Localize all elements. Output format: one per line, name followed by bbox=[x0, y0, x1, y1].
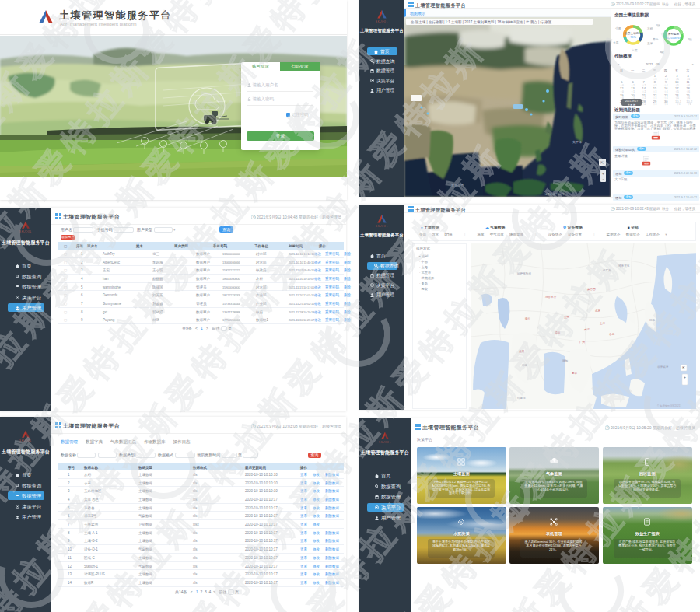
svg-text:菲律宾海: 菲律宾海 bbox=[657, 365, 669, 369]
svg-text:URGENT: URGENT bbox=[652, 136, 660, 138]
svg-text:太平洋: 太平洋 bbox=[572, 140, 582, 144]
svg-text:喀什: 喀什 bbox=[525, 317, 531, 320]
svg-text:日本: 日本 bbox=[649, 319, 656, 322]
svg-text:+: + bbox=[684, 375, 686, 379]
svg-text:⇱: ⇱ bbox=[600, 160, 604, 165]
svg-text:75%: 75% bbox=[630, 36, 636, 39]
svg-text:曼谷: 曼谷 bbox=[572, 372, 578, 375]
svg-text:乌鲁木齐: 乌鲁木齐 bbox=[545, 295, 557, 299]
svg-text:全 国土壤 | 全行政图 | 1:1 土壤图 | 2017: 全 国土壤 | 全行政图 | 1:1 土壤图 | 2017 土壤利用类型 | 1… bbox=[411, 19, 552, 24]
svg-text:武汉: 武汉 bbox=[584, 328, 590, 331]
svg-text:全国土壤统计: 全国土壤统计 bbox=[625, 31, 642, 35]
svg-text:印度洋: 印度洋 bbox=[517, 396, 526, 400]
svg-text:广州: 广州 bbox=[579, 340, 586, 344]
svg-text:上海: 上海 bbox=[600, 322, 606, 325]
svg-text:孟买: 孟买 bbox=[519, 349, 525, 353]
svg-text:成都: 成都 bbox=[555, 331, 561, 334]
svg-text:俄罗斯: 俄罗斯 bbox=[603, 269, 611, 272]
svg-text:台北: 台北 bbox=[609, 333, 615, 336]
svg-text:兰州: 兰州 bbox=[564, 316, 570, 319]
svg-text:+: + bbox=[602, 171, 604, 176]
svg-text:地图数据 ©2021: 地图数据 ©2021 bbox=[544, 193, 564, 196]
svg-text:北京: 北京 bbox=[595, 309, 601, 313]
svg-text:雅库茨克: 雅库茨克 bbox=[618, 264, 630, 268]
svg-text:印度: 印度 bbox=[522, 363, 528, 367]
svg-text:缅甸: 缅甸 bbox=[562, 359, 569, 362]
svg-text:95.2556876%: 95.2556876% bbox=[666, 37, 682, 40]
svg-text:养分监测: 养分监测 bbox=[668, 32, 680, 36]
svg-text:⇱: ⇱ bbox=[682, 365, 685, 370]
svg-text:哈萨克斯坦: 哈萨克斯坦 bbox=[517, 272, 531, 275]
svg-text:蒙古国: 蒙古国 bbox=[587, 288, 596, 291]
svg-text:© 高德地图 GS(2021): © 高德地图 GS(2021) bbox=[657, 404, 681, 407]
svg-text:URGENT: URGENT bbox=[642, 163, 650, 164]
